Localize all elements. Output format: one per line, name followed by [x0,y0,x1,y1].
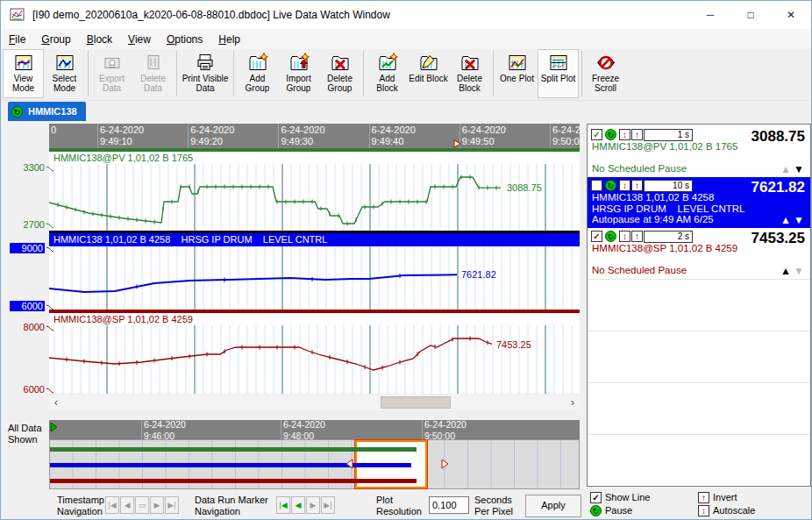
legend-show-line-label: Show Line [605,492,650,503]
menu-item-help[interactable]: Help [210,31,248,48]
add-block-button[interactable]: Add Block [367,49,408,98]
entry-autoscale-icon[interactable]: ↕ [619,180,630,191]
time-header-cell: 6-24-20209:49:10 [100,125,144,147]
menu-item-file[interactable]: File [1,31,33,48]
apply-button[interactable]: Apply [525,495,581,517]
plot-resolution-input[interactable] [429,496,469,514]
legend-show-line-icon[interactable]: ✓ [590,492,602,503]
import-group-button[interactable]: Import Group [278,49,319,98]
overview-data-bar [50,447,417,452]
pause-ball-icon: ↻ [11,106,23,118]
delete-block-button[interactable]: Delete Block [449,49,490,98]
one-plot-button[interactable]: One Plot [496,49,538,98]
entry-move-down-icon[interactable]: ▼ [794,215,804,225]
legend-autoscale-icon: ↕ [698,505,709,516]
overview-plot[interactable] [49,439,580,489]
add-group-button[interactable]: Add Group [237,49,278,98]
close-button[interactable]: ✕ [771,1,811,29]
header-time: 9:49:30 [281,136,324,147]
entry-invert-icon[interactable]: ↑ [631,180,643,191]
maximize-button[interactable]: □ [730,1,771,29]
overview-start-marker-icon [50,422,59,432]
entry-interval-input[interactable]: 10 s [644,180,693,192]
menu-bar: FileGroupBlockViewOptionsHelp [1,29,811,50]
legend-pause-icon[interactable]: ↻ [590,505,602,516]
time-header-cell: 6-24-20209:49:30 [281,125,324,147]
minimize-button[interactable]: ─ [690,1,730,29]
scroll-right-icon[interactable]: › [566,395,580,410]
plot-chart-3[interactable] [49,325,580,394]
entry-autoscale-icon[interactable]: ↕ [619,129,630,140]
print-visible-data-label: Print Visible Data [181,74,230,93]
delete-block-icon [459,52,481,74]
legend-pause-label: Pause [605,505,632,516]
live-data-watch-window: [I90 demo_20200610a_k2020-06-08-88010.db… [0,0,812,520]
select-mode-button[interactable]: Select Mode [44,49,85,98]
entry-move-up-icon[interactable]: ▲ [780,215,791,225]
overview-data-bar [50,463,411,467]
edit-block-button[interactable]: Edit Block [408,49,449,98]
entry-pause-icon[interactable]: ↻ [605,180,616,191]
entry-move-down-icon[interactable]: ▼ [794,164,804,175]
horizontal-scrollbar[interactable]: ‹ › [49,395,580,410]
delete-group-button[interactable]: Delete Group [319,49,360,98]
window-title: [I90 demo_20200610a_k2020-06-08-88010.db… [32,9,390,21]
app-icon [10,8,25,22]
overview-header-cell: 6-24-20209:46:00 [144,420,186,439]
plot-chart-2[interactable] [49,246,580,310]
menu-item-group[interactable]: Group [33,31,78,48]
export-data-icon [102,52,123,74]
toolbar-separator [233,51,234,96]
plot-title-3: HMMIC138@SP 1,01,02 B 4259 [49,313,580,325]
entry-interval-input[interactable]: 2 s [644,231,693,243]
split-plot-button[interactable]: Split Plot [538,49,579,98]
entry-checkbox[interactable]: ✓ [591,129,602,140]
entry-autoscale-icon[interactable]: ↕ [619,231,630,242]
menu-item-block[interactable]: Block [79,31,120,48]
plot-end-value-2: 7621.82 [461,269,496,280]
menu-item-options[interactable]: Options [159,31,210,48]
bottom-controls: Timestamp Navigation Data Run Marker Nav… [1,489,585,520]
tab-hmmic138[interactable]: ↻ HMMIC138 [8,102,86,121]
toolbar-separator [176,51,177,96]
print-visible-data-button[interactable]: Print Visible Data [180,49,231,98]
entry-move-down-icon[interactable]: ▼ [794,266,804,276]
datarun-prev-button[interactable]: ◀ [291,496,305,514]
entry-value: 3088.75 [751,128,805,146]
datarun-first-button[interactable]: |◀ [276,496,290,514]
menu-item-view[interactable]: View [120,31,159,48]
freeze-scroll-button[interactable]: Freeze Scroll [585,49,626,98]
select-mode-icon [54,52,75,74]
entry-move-up-icon[interactable]: ▲ [780,164,791,175]
view-mode-button[interactable]: View Mode [3,49,44,98]
plot-chart-1[interactable] [49,164,580,231]
time-header-separator [188,124,189,148]
scrollbar-thumb[interactable] [381,396,451,409]
legend-autoscale-label: Autoscale [713,505,755,516]
toolbar: View ModeSelect ModeExport DataDelete Da… [1,49,811,101]
watch-entry-3[interactable]: ✓↻↕↑2 s7453.25HMMIC138@SP 1,01,02 B 4259… [588,228,810,279]
plot-svg-3 [49,325,580,394]
watch-entry-1[interactable]: ✓↻↕↑1 s3088.75HMMIC138@PV 1,01,02 B 1765… [588,126,810,177]
entry-pause-icon[interactable]: ↻ [605,129,616,140]
timestamp-next-button: ▶ [150,496,164,514]
y-axis-tick-curve [46,387,53,394]
delete-block-label: Delete Block [450,74,489,93]
timestamp-first-button: |◀ [105,496,119,514]
overview-data-bar [50,479,417,483]
delete-data-label: Delete Data [133,74,173,93]
entry-invert-icon[interactable]: ↑ [631,129,643,140]
entry-interval-input[interactable]: 1 s [644,129,693,141]
one-plot-label: One Plot [500,74,534,83]
list-separator [588,279,810,280]
entry-value: 7621.82 [751,179,805,196]
entry-invert-icon[interactable]: ↑ [631,231,643,242]
scroll-left-icon[interactable]: ‹ [49,395,63,410]
watch-entry-2[interactable]: ✓↻↕↑10 s7621.82HMMIC138 1,01,02 B 4258HR… [588,177,810,228]
header-time: 9:49:10 [100,136,144,147]
entry-pause-icon[interactable]: ↻ [605,231,616,242]
entry-checkbox[interactable]: ✓ [591,231,602,242]
entry-checkbox[interactable]: ✓ [591,180,602,191]
entry-pause-text: No Scheduled Pause [592,163,687,174]
entry-move-up-icon[interactable]: ▲ [780,266,791,276]
